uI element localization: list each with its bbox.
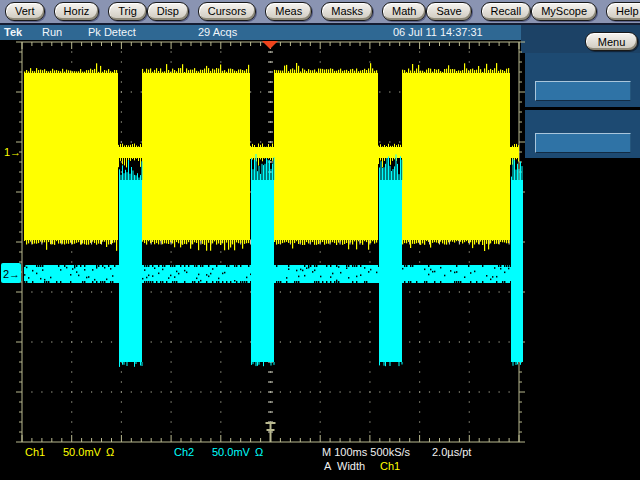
datetime-display: 06 Jul 11 14:37:31 (393, 26, 483, 38)
toolbar-button-vert[interactable]: Vert (5, 2, 45, 21)
toolbar-group: SaveRecall (426, 2, 531, 21)
toolbar: VertHorizTrigDispCursorsMeasMasksMathSav… (0, 0, 640, 25)
toolbar-group: DispCursorsMeasMasksMath (147, 2, 427, 21)
toolbar-button-horiz[interactable]: Horiz (54, 2, 100, 21)
toolbar-button-cursors[interactable]: Cursors (198, 2, 257, 21)
acquisition-count: 29 Acqs (198, 26, 237, 38)
side-panel-field-2[interactable] (535, 133, 631, 153)
toolbar-button-meas[interactable]: Meas (265, 2, 312, 21)
trigger-source-readout: Ch1 (380, 460, 400, 472)
toolbar-button-myscope[interactable]: MyScope (531, 2, 597, 21)
side-panel-bottom (525, 110, 640, 158)
ch2-coupling-readout: Ω (255, 446, 263, 458)
toolbar-button-save[interactable]: Save (426, 2, 471, 21)
side-panel-field-1[interactable] (535, 81, 631, 101)
trigger-position-marker[interactable] (262, 41, 278, 49)
scope-display[interactable]: 1→2→ (0, 40, 528, 480)
toolbar-button-masks[interactable]: Masks (321, 2, 373, 21)
trigger-system-readout: A (324, 460, 331, 472)
ch2-reference-marker[interactable]: 2→ (1, 263, 21, 283)
toolbar-group: VertHorizTrig (5, 2, 147, 21)
toolbar-button-help[interactable]: Help (606, 2, 640, 21)
run-state-label: Run (42, 26, 62, 38)
ch1-readout-label: Ch1 (25, 446, 45, 458)
toolbar-group: MyScopeHelp (531, 2, 640, 21)
ch1-coupling-readout: Ω (106, 446, 114, 458)
ch2-readout-label: Ch2 (174, 446, 194, 458)
trigger-type-readout: Width (337, 460, 365, 472)
oscilloscope-screen: VertHorizTrigDispCursorsMeasMasksMathSav… (0, 0, 640, 480)
resolution-readout: 2.0µs/pt (432, 446, 471, 458)
toolbar-button-trig[interactable]: Trig (108, 2, 147, 21)
side-panel-top (525, 53, 640, 107)
timebase-readout: M 100ms 500kS/s (322, 446, 410, 458)
menu-button[interactable]: Menu (585, 32, 638, 51)
toolbar-button-disp[interactable]: Disp (147, 2, 189, 21)
expansion-point-marker (266, 422, 276, 442)
ch1-reference-marker[interactable]: 1→ (4, 146, 21, 158)
svg-text:2→: 2→ (3, 268, 20, 280)
toolbar-button-recall[interactable]: Recall (481, 2, 532, 21)
toolbar-button-math[interactable]: Math (382, 2, 426, 21)
ch1-scale-readout: 50.0mV (63, 446, 101, 458)
ch2-scale-readout: 50.0mV (212, 446, 250, 458)
acquisition-mode: Pk Detect (88, 26, 136, 38)
tek-logo: Tek (4, 26, 22, 38)
